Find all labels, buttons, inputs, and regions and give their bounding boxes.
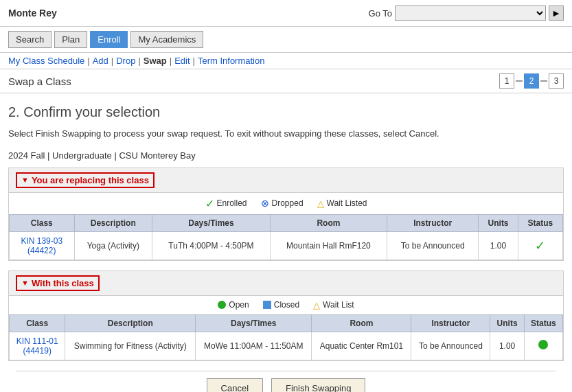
legend-wait-list-text: Wait List [323,300,354,310]
with-header: ▼ With this class [9,271,563,296]
warn-icon: △ [313,300,320,310]
nav-tabs: Search Plan Enroll My Academics [0,27,572,53]
check-icon: ✓ [205,197,214,210]
class-link[interactable]: KIN 111-01(44419) [16,336,58,356]
term-info: 2024 Fall | Undergraduate | CSU Monterey… [8,150,564,161]
replacing-section: ▼ You are replacing this class ✓ Enrolle… [8,168,564,261]
legend-open-text: Open [229,300,249,310]
enrolled-check-icon: ✓ [535,239,545,253]
cell-class: KIN 139-03(44422) [10,231,75,260]
separator: | [193,56,195,66]
breadcrumb-term-information[interactable]: Term Information [198,56,265,66]
instruction-text: Select Finish Swapping to process your s… [8,127,564,141]
cell-room: Aquatic Center Rm101 [312,332,411,360]
col-units: Units [479,214,518,231]
replacing-header: ▼ You are replacing this class [9,168,563,193]
col-room: Room [270,214,387,231]
legend-dropped-text: Dropped [272,198,304,208]
tab-enroll[interactable]: Enroll [90,31,128,48]
legend-wait-listed-text: Wait Listed [327,198,367,208]
breadcrumb-edit[interactable]: Edit [174,56,190,66]
buttons-row: Cancel Finish Swapping [8,371,564,393]
col-units: Units [490,314,524,332]
separator: | [170,56,172,66]
col-status: Status [518,214,562,231]
goto-label: Go To [369,8,392,19]
with-legend: Open Closed △ Wait List [9,296,563,314]
cell-days-times: MoWe 11:00AM - 11:50AM [196,332,312,360]
col-instructor: Instructor [411,314,490,332]
legend-dropped: ⊗ Dropped [261,198,304,209]
cell-class: KIN 111-01(44419) [10,332,65,360]
replacing-label-text: You are replacing this class [32,175,149,185]
tab-plan[interactable]: Plan [54,31,87,48]
with-label-text: With this class [32,278,94,288]
step-connector [540,80,547,82]
cancel-button[interactable]: Cancel [207,378,263,393]
col-class: Class [10,214,75,231]
confirm-heading: 2. Confirm your selection [8,104,564,120]
col-days-times: Days/Times [152,214,271,231]
legend-wait-listed: △ Wait Listed [317,198,367,209]
user-name: Monte Rey [8,8,57,19]
separator: | [111,56,113,66]
confirm-heading-number: 2. [8,104,20,119]
col-instructor: Instructor [387,214,479,231]
collapse-arrow-icon[interactable]: ▼ [21,279,29,287]
breadcrumb-add[interactable]: Add [93,56,108,66]
collapse-arrow-icon[interactable]: ▼ [21,176,29,184]
cell-units: 1.00 [490,332,524,360]
tab-my-academics[interactable]: My Academics [130,31,203,48]
table-row: KIN 111-01(44419) Swimming for Fitness (… [10,332,563,360]
step-3: 3 [549,73,564,89]
col-status: Status [524,314,562,332]
breadcrumb-swap: Swap [144,56,167,66]
cell-status [524,332,562,360]
cell-description: Swimming for Fitness (Activity) [65,332,196,360]
legend-closed: Closed [263,300,299,310]
cell-units: 1.00 [479,231,518,260]
legend-enrolled: ✓ Enrolled [205,197,247,210]
replacing-table: Class Description Days/Times Room Instru… [9,214,563,260]
legend-wait-list: △ Wait List [313,300,354,310]
step-1: 1 [499,73,514,89]
square-blue-icon [263,301,271,309]
replacing-label: ▼ You are replacing this class [16,172,155,188]
breadcrumb-drop[interactable]: Drop [116,56,135,66]
col-description: Description [65,314,196,332]
legend-closed-text: Closed [274,300,299,310]
with-section: ▼ With this class Open Closed △ Wait Lis… [8,270,564,361]
col-description: Description [74,214,152,231]
step-indicator: 1 2 3 [499,73,564,89]
legend-enrolled-text: Enrolled [217,198,247,208]
replacing-legend: ✓ Enrolled ⊗ Dropped △ Wait Listed [9,193,563,214]
goto-select[interactable] [395,5,546,21]
class-link[interactable]: KIN 139-03(44422) [21,236,62,255]
separator: | [138,56,140,66]
breadcrumb-my-class-schedule[interactable]: My Class Schedule [8,56,84,66]
cell-status: ✓ [518,231,562,260]
finish-swapping-button[interactable]: Finish Swapping [271,378,365,393]
col-class: Class [10,314,65,332]
header: Monte Rey Go To ► [0,0,572,27]
step-2: 2 [524,73,539,89]
tab-search[interactable]: Search [8,31,52,48]
goto-area: Go To ► [369,5,564,21]
x-circle-icon: ⊗ [261,198,269,209]
page-title-bar: Swap a Class 1 2 3 [0,69,572,93]
cell-room: Mountain Hall RmF120 [270,231,387,260]
with-table: Class Description Days/Times Room Instru… [9,314,563,360]
cell-instructor: To be Announced [411,332,490,360]
goto-button[interactable]: ► [549,5,564,21]
with-label: ▼ With this class [16,275,100,291]
cell-description: Yoga (Activity) [74,231,152,260]
open-status-icon [538,340,548,349]
table-row: KIN 139-03(44422) Yoga (Activity) TuTh 4… [10,231,563,260]
confirm-heading-text: Confirm your selection [23,104,160,119]
legend-open: Open [218,300,249,310]
col-room: Room [312,314,411,332]
separator: | [87,56,89,66]
cell-instructor: To be Announced [387,231,479,260]
circle-green-icon [218,301,226,309]
col-days-times: Days/Times [196,314,312,332]
